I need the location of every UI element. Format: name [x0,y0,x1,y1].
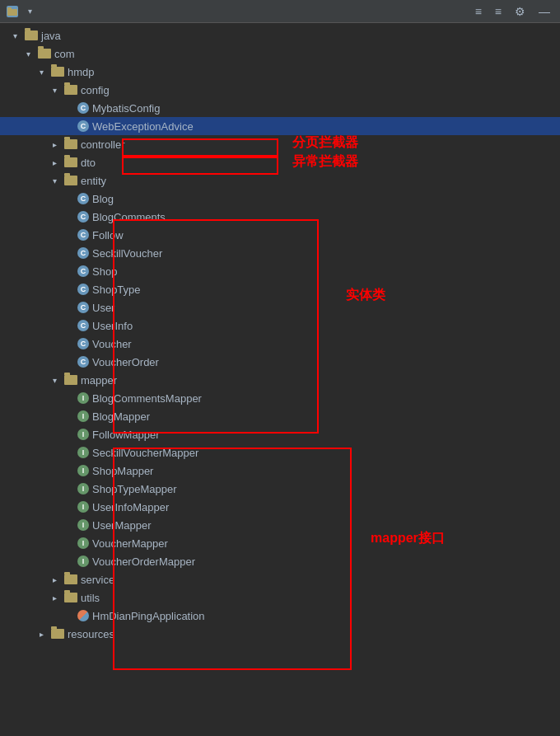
class-icon: C [77,356,89,368]
tree-item-User[interactable]: CUser [0,298,560,316]
collapse-all-button[interactable]: ≡ [472,3,485,20]
folder-icon [64,375,77,385]
item-label-Shop: Shop [92,265,117,278]
item-label-UserMapper: UserMapper [92,519,152,532]
tree-item-controller[interactable]: controller [0,135,560,153]
tree-item-resources[interactable]: resources [0,625,560,643]
chevron-icon [40,630,51,639]
tree-item-SeckillVoucherMapper[interactable]: ISeckillVoucherMapper [0,443,560,462]
interface-icon: I [77,519,89,531]
interface-icon: I [77,392,89,404]
chevron-icon [53,140,64,149]
item-label-entity: entity [81,175,106,187]
folder-icon [25,30,38,40]
chevron-icon [53,575,64,584]
tree-item-ShopType[interactable]: CShopType [0,280,560,298]
tree-item-Shop[interactable]: CShop [0,262,560,280]
item-label-User: User [92,302,114,314]
tree-item-UserInfoMapper[interactable]: IUserInfoMapper [0,498,560,516]
tree-container: javacomhmdpconfig CMybatisConfig CWebExc… [0,23,560,736]
chevron-icon [26,49,38,59]
svg-rect-1 [7,7,12,10]
tree-item-SeckillVoucher[interactable]: CSeckillVoucher [0,244,560,262]
tree-item-VoucherOrderMapper[interactable]: IVoucherOrderMapper [0,552,560,570]
tree-item-hmdp[interactable]: hmdp [0,63,560,81]
tree-item-mapper[interactable]: mapper [0,371,560,389]
class-icon: C [77,211,89,223]
class-icon: C [77,302,89,313]
class-icon: C [77,338,89,349]
item-label-config: config [81,84,110,96]
tree-item-BlogCommentsMapper[interactable]: IBlogCommentsMapper [0,389,560,407]
tree-item-Blog[interactable]: CBlog [0,190,560,208]
folder-icon [51,67,64,77]
folder-icon [64,157,77,167]
tree-item-java[interactable]: java [0,26,560,45]
tree-item-ShopTypeMapper[interactable]: IShopTypeMapper [0,480,560,498]
item-label-UserInfo: UserInfo [92,320,133,332]
class-icon: C [77,193,89,204]
tree-item-Follow[interactable]: CFollow [0,226,560,244]
item-label-VoucherMapper: VoucherMapper [92,537,168,550]
tree-item-UserInfo[interactable]: CUserInfo [0,316,560,335]
item-label-ShopTypeMapper: ShopTypeMapper [92,483,177,495]
chevron-icon [13,31,25,40]
chevron-icon [40,68,51,77]
item-label-BlogCommentsMapper: BlogCommentsMapper [92,392,202,405]
item-label-dto: dto [81,157,96,169]
tree-item-VoucherMapper[interactable]: IVoucherMapper [0,534,560,552]
item-label-utils: utils [81,592,100,604]
item-label-VoucherOrderMapper: VoucherOrderMapper [92,556,195,568]
folder-icon [64,176,77,185]
folder-icon [64,139,77,149]
interface-icon: I [77,447,89,458]
tree-item-entity[interactable]: entity [0,171,560,190]
chevron-icon [53,86,64,95]
item-label-SeckillVoucher: SeckillVoucher [92,247,162,260]
settings-button[interactable]: ⚙ [511,3,529,20]
item-label-com: com [54,48,75,60]
tree-item-BlogComments[interactable]: CBlogComments [0,208,560,226]
item-label-ShopType: ShopType [92,284,141,296]
tree-item-Voucher[interactable]: CVoucher [0,335,560,353]
item-label-ShopMapper: ShopMapper [92,465,153,477]
item-label-SeckillVoucherMapper: SeckillVoucherMapper [92,447,198,459]
item-label-FollowMapper: FollowMapper [92,429,160,441]
folder-icon [64,574,77,584]
item-label-mapper: mapper [81,374,117,387]
tree-item-config[interactable]: config [0,81,560,99]
svg-rect-0 [7,9,17,16]
folder-icon [38,49,51,59]
item-label-resources: resources [68,628,114,640]
tree-item-MybatisConfig[interactable]: CMybatisConfig [0,99,560,117]
interface-icon: I [77,556,89,567]
item-label-Follow: Follow [92,229,124,241]
expand-all-button[interactable]: ≡ [492,3,505,20]
tree-item-ShopMapper[interactable]: IShopMapper [0,462,560,480]
class-icon: C [77,229,89,241]
tree-item-FollowMapper[interactable]: IFollowMapper [0,425,560,443]
tree-item-BlogMapper[interactable]: IBlogMapper [0,407,560,425]
class-icon: C [77,247,89,259]
tree-item-dto[interactable]: dto [0,153,560,171]
interface-icon: I [77,501,89,513]
tree-item-service[interactable]: service [0,570,560,588]
project-folder-icon [7,6,18,17]
class-icon: C [77,284,89,295]
tree-item-VoucherOrder[interactable]: CVoucherOrder [0,353,560,371]
item-label-Voucher: Voucher [92,338,132,350]
tree-item-utils[interactable]: utils [0,588,560,607]
chevron-down-icon[interactable]: ▾ [28,7,32,16]
tree-item-WebExceptionAdvice[interactable]: CWebExceptionAdvice [0,117,560,135]
minimize-button[interactable]: — [535,3,553,20]
item-label-BlogComments: BlogComments [92,211,166,223]
folder-icon [64,593,77,602]
title-bar: ▾ ≡ ≡ ⚙ — [0,0,560,23]
chevron-icon [53,593,64,602]
app-icon [77,610,89,621]
folder-icon [51,629,64,639]
item-label-controller: controller [81,138,124,151]
tree-item-com[interactable]: com [0,45,560,63]
tree-item-UserMapper[interactable]: IUserMapper [0,516,560,534]
tree-item-HmDianPingApplication[interactable]: HmDianPingApplication [0,607,560,625]
